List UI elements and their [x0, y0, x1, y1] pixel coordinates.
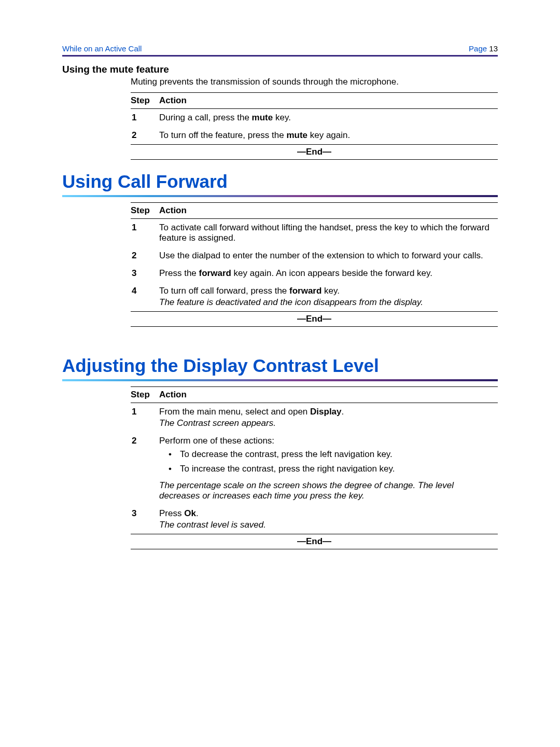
text: key. — [273, 113, 291, 122]
text: During a call, press the — [159, 113, 252, 122]
end-label: —End— — [131, 534, 498, 549]
step-action: Press the forward key again. An icon app… — [159, 265, 498, 282]
step-note: The feature is deactivated and the icon … — [159, 296, 496, 308]
gradient-divider — [62, 195, 498, 197]
step-action: During a call, press the mute key. — [159, 109, 498, 127]
bold-text: mute — [286, 130, 307, 140]
col-step: Step — [131, 93, 159, 109]
chapter-title-call-forward: Using Call Forward — [62, 171, 498, 192]
step-action: To activate call forward without lifting… — [159, 219, 498, 247]
step-number: 2 — [131, 432, 159, 505]
text: key again. An icon appears beside the fo… — [231, 268, 432, 278]
step-action: Perform one of these actions: To decreas… — [159, 432, 498, 505]
text: . — [342, 407, 344, 417]
text: Perform one of these actions: — [159, 436, 274, 446]
text: From the main menu, select and open — [159, 407, 310, 417]
table-row: 4 To turn off call forward, press the fo… — [131, 282, 498, 312]
header-divider — [62, 55, 498, 57]
text: To turn off the feature, press the — [159, 130, 286, 140]
step-note: The Contrast screen appears. — [159, 417, 496, 428]
chapter-title-contrast: Adjusting the Display Contrast Level — [62, 355, 498, 376]
step-number: 4 — [131, 282, 159, 312]
list-item: To increase the contrast, press the righ… — [169, 464, 496, 474]
table-row: 2 Perform one of these actions: To decre… — [131, 432, 498, 505]
text: key again. — [307, 130, 350, 140]
bold-text: forward — [289, 286, 321, 296]
table-row: 2 To turn off the feature, press the mut… — [131, 127, 498, 145]
table-row: 1 From the main menu, select and open Di… — [131, 403, 498, 433]
col-action: Action — [159, 387, 498, 403]
step-number: 1 — [131, 219, 159, 247]
table-row: 1 To activate call forward without lifti… — [131, 219, 498, 247]
step-note: The contrast level is saved. — [159, 519, 496, 530]
step-number: 1 — [131, 109, 159, 127]
text: Press — [159, 508, 184, 518]
page-indicator: Page 13 — [469, 44, 498, 53]
step-number: 3 — [131, 265, 159, 282]
step-number: 3 — [131, 505, 159, 534]
call-forward-steps-table: Step Action 1 To activate call forward w… — [131, 202, 498, 327]
bold-text: Ok — [184, 508, 196, 518]
end-label: —End— — [131, 145, 498, 160]
contrast-steps-table: Step Action 1 From the main menu, select… — [131, 386, 498, 549]
bold-text: mute — [252, 113, 273, 122]
bullet-list: To decrease the contrast, press the left… — [159, 449, 496, 474]
step-action: To turn off the feature, press the mute … — [159, 127, 498, 145]
bold-text: forward — [199, 268, 231, 278]
col-action: Action — [159, 203, 498, 219]
table-row: 2 Use the dialpad to enter the number of… — [131, 247, 498, 265]
bold-text: Display — [310, 407, 341, 417]
col-action: Action — [159, 93, 498, 109]
mute-steps-table: Step Action 1 During a call, press the m… — [131, 92, 498, 160]
col-step: Step — [131, 203, 159, 219]
step-action: Press Ok. The contrast level is saved. — [159, 505, 498, 534]
step-number: 2 — [131, 247, 159, 265]
end-label: —End— — [131, 312, 498, 327]
subheading-mute: Using the mute feature — [62, 64, 498, 75]
table-row: 3 Press Ok. The contrast level is saved. — [131, 505, 498, 534]
page-number: 13 — [489, 44, 498, 53]
end-row: —End— — [131, 534, 498, 549]
page-header: While on an Active Call Page 13 — [62, 44, 498, 53]
text: . — [196, 508, 199, 518]
gradient-divider — [62, 379, 498, 381]
page-label: Page — [469, 44, 487, 53]
breadcrumb: While on an Active Call — [62, 44, 142, 53]
mute-intro: Muting prevents the transmission of soun… — [131, 77, 498, 87]
step-note: The percentage scale on the screen shows… — [159, 479, 496, 501]
table-row: 3 Press the forward key again. An icon a… — [131, 265, 498, 282]
step-action: Use the dialpad to enter the number of t… — [159, 247, 498, 265]
text: key. — [321, 286, 340, 296]
text: To turn off call forward, press the — [159, 286, 289, 296]
step-action: From the main menu, select and open Disp… — [159, 403, 498, 433]
table-row: 1 During a call, press the mute key. — [131, 109, 498, 127]
col-step: Step — [131, 387, 159, 403]
end-row: —End— — [131, 312, 498, 327]
step-number: 1 — [131, 403, 159, 433]
end-row: —End— — [131, 145, 498, 160]
text: Press the — [159, 268, 199, 278]
step-action: To turn off call forward, press the forw… — [159, 282, 498, 312]
list-item: To decrease the contrast, press the left… — [169, 449, 496, 460]
step-number: 2 — [131, 127, 159, 145]
